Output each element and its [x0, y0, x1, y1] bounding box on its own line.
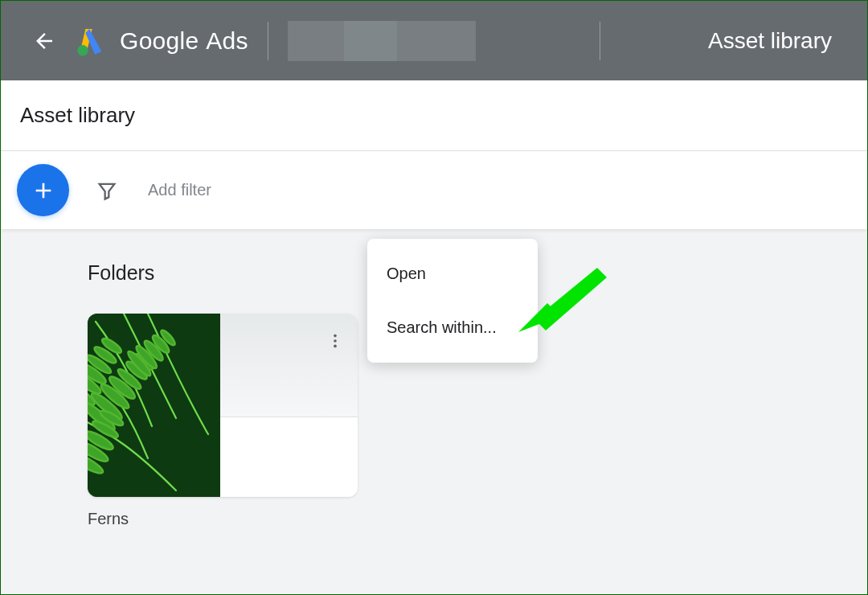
folder-empty-cell-bottom: [220, 416, 358, 497]
product-logo: Google Ads: [75, 25, 248, 57]
folder-thumbnail: [88, 314, 220, 497]
folder-name-label: Ferns: [88, 510, 848, 528]
folder-empty-cell-top: [220, 314, 358, 416]
google-ads-logo-icon: [75, 25, 107, 57]
filter-input[interactable]: Add filter: [148, 181, 851, 199]
more-vert-icon: [326, 332, 344, 350]
filter-button[interactable]: [92, 175, 122, 206]
main-content: Folders: [1, 229, 867, 528]
menu-item-open[interactable]: Open: [367, 252, 538, 296]
back-button[interactable]: [28, 25, 60, 57]
divider: [268, 22, 268, 60]
page-title: Asset library: [20, 103, 848, 128]
folder-side-panel: [220, 314, 358, 497]
account-name-redacted: [288, 21, 476, 61]
product-name: Google Ads: [120, 27, 248, 55]
arrow-left-icon: [32, 29, 56, 53]
svg-point-0: [77, 45, 88, 55]
menu-item-search-within[interactable]: Search within...: [367, 306, 538, 350]
add-asset-button[interactable]: [17, 164, 69, 216]
divider: [600, 22, 600, 60]
svg-point-27: [334, 345, 337, 348]
app-header: Google Ads Asset library: [1, 1, 867, 80]
page-subheader: Asset library: [1, 80, 867, 151]
breadcrumb[interactable]: Asset library: [708, 28, 832, 54]
plus-icon: [31, 178, 56, 203]
filter-toolbar: Add filter: [1, 151, 867, 229]
filter-icon: [96, 179, 118, 202]
folder-card[interactable]: [88, 314, 358, 497]
svg-point-26: [334, 339, 337, 343]
folder-context-menu: Open Search within...: [367, 239, 538, 363]
svg-point-25: [334, 334, 337, 338]
folder-more-button[interactable]: [321, 326, 350, 355]
